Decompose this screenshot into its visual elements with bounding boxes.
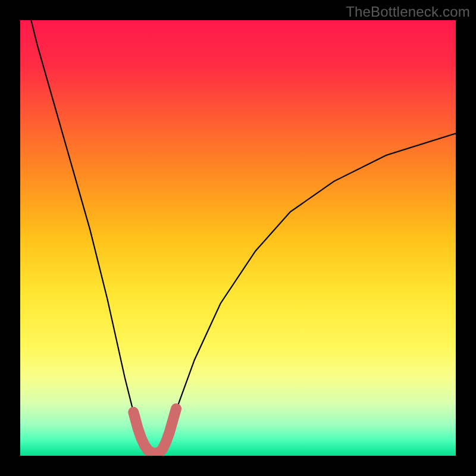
plot-area — [20, 20, 456, 456]
watermark-text: TheBottleneck.com — [346, 4, 470, 20]
chart-frame: TheBottleneck.com — [0, 0, 476, 476]
chart-svg — [20, 20, 456, 456]
gradient-background — [20, 20, 456, 456]
